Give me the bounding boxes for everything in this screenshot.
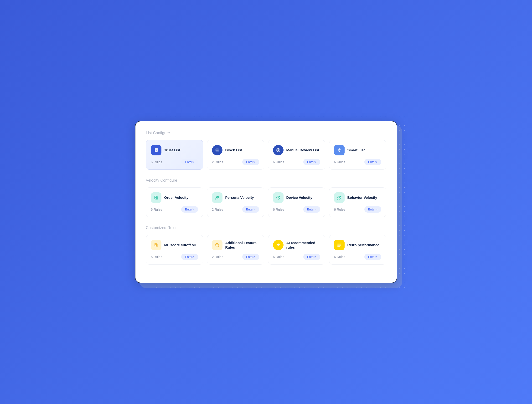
smart-list-card[interactable]: Smart List 6 Rules Enter>	[329, 140, 386, 170]
order-velocity-header: Order Velocity	[151, 192, 198, 203]
block-list-enter-button[interactable]: Enter>	[242, 159, 259, 165]
ml-score-header: ML score cutoff ML	[151, 240, 198, 250]
trust-list-enter-button[interactable]: Enter>	[181, 159, 198, 165]
block-list-card[interactable]: Block List 2 Rules Enter>	[207, 140, 264, 170]
list-configure-grid: Trust List 6 Rules Enter>	[146, 140, 386, 170]
manual-review-list-rules: 6 Rules	[273, 160, 284, 164]
ml-score-enter-button[interactable]: Enter>	[181, 254, 198, 260]
ml-score-footer: 6 Rules Enter>	[151, 254, 198, 260]
behavior-velocity-card[interactable]: Behavior Velocity 6 Rules Enter>	[329, 187, 386, 217]
ml-score-icon	[151, 240, 161, 250]
device-velocity-title: Device Velocity	[286, 195, 312, 200]
order-velocity-icon	[151, 192, 161, 203]
trust-list-footer: 6 Rules Enter>	[151, 159, 198, 165]
svg-rect-21	[156, 244, 158, 247]
svg-point-3	[156, 150, 157, 151]
additional-feature-icon	[212, 240, 223, 250]
persona-velocity-icon	[212, 192, 223, 203]
retro-performance-enter-button[interactable]: Enter>	[364, 254, 381, 260]
smart-list-icon	[334, 145, 345, 155]
manual-review-list-header: Manual Review List	[273, 145, 320, 155]
svg-rect-11	[339, 148, 339, 149]
ai-recommended-footer: 6 Rules Enter>	[273, 254, 320, 260]
customized-rules-title: Customized Rules	[146, 226, 386, 230]
ai-recommended-rules: 6 Rules	[273, 255, 284, 259]
outer-wrapper: List Configure Trust List	[135, 121, 397, 283]
svg-rect-1	[155, 149, 157, 149]
ai-recommended-icon	[273, 240, 283, 250]
svg-point-10	[340, 149, 340, 150]
retro-performance-header: Retro performance	[334, 240, 381, 250]
velocity-configure-grid: Order Velocity 6 Rules Enter>	[146, 187, 386, 217]
customized-rules-section: Customized Rules	[146, 226, 386, 265]
persona-velocity-title: Persona Velocity	[225, 195, 254, 200]
order-velocity-title: Order Velocity	[164, 195, 189, 200]
velocity-configure-title: Velocity Configure	[146, 178, 386, 183]
device-velocity-card[interactable]: Device Velocity 6 Rules Enter>	[268, 187, 325, 217]
svg-point-16	[216, 196, 218, 198]
retro-performance-footer: 6 Rules Enter>	[334, 254, 381, 260]
additional-feature-enter-button[interactable]: Enter>	[242, 254, 259, 260]
persona-velocity-footer: 2 Rules Enter>	[212, 206, 259, 213]
behavior-velocity-header: Behavior Velocity	[334, 192, 381, 203]
order-velocity-rules: 6 Rules	[151, 208, 162, 211]
persona-velocity-card[interactable]: Persona Velocity 2 Rules Enter>	[207, 187, 264, 217]
block-list-rules: 2 Rules	[212, 160, 223, 164]
retro-performance-rules: 6 Rules	[334, 255, 345, 259]
main-card: List Configure Trust List	[135, 121, 397, 283]
list-configure-title: List Configure	[146, 131, 386, 135]
smart-list-header: Smart List	[334, 145, 381, 155]
block-list-footer: 2 Rules Enter>	[212, 159, 259, 165]
device-velocity-footer: 6 Rules Enter>	[273, 206, 320, 213]
trust-list-icon	[151, 145, 161, 155]
customized-rules-grid: ML score cutoff ML 6 Rules Enter>	[146, 235, 386, 265]
manual-review-list-title: Manual Review List	[286, 148, 319, 152]
order-velocity-footer: 6 Rules Enter>	[151, 206, 198, 213]
manual-review-list-icon	[273, 145, 283, 155]
block-list-icon	[212, 145, 223, 155]
retro-performance-card[interactable]: Retro performance 6 Rules Enter>	[329, 235, 386, 265]
ml-score-card[interactable]: ML score cutoff ML 6 Rules Enter>	[146, 235, 203, 265]
persona-velocity-enter-button[interactable]: Enter>	[242, 206, 259, 213]
manual-review-list-footer: 6 Rules Enter>	[273, 159, 320, 165]
trust-list-card[interactable]: Trust List 6 Rules Enter>	[146, 140, 203, 170]
svg-rect-2	[155, 150, 157, 150]
additional-feature-card[interactable]: Additional Feature Rules 2 Rules Enter>	[207, 235, 264, 265]
additional-feature-header: Additional Feature Rules	[212, 240, 259, 250]
smart-list-enter-button[interactable]: Enter>	[364, 159, 381, 165]
list-configure-section: List Configure Trust List	[146, 131, 386, 170]
device-velocity-icon	[273, 192, 283, 203]
trust-list-rules: 6 Rules	[151, 160, 162, 164]
persona-velocity-header: Persona Velocity	[212, 192, 259, 203]
behavior-velocity-rules: 6 Rules	[334, 208, 345, 211]
retro-performance-title: Retro performance	[347, 243, 379, 247]
device-velocity-enter-button[interactable]: Enter>	[303, 206, 320, 213]
ai-recommended-enter-button[interactable]: Enter>	[303, 254, 320, 260]
additional-feature-footer: 2 Rules Enter>	[212, 254, 259, 260]
retro-performance-icon	[334, 240, 345, 250]
order-velocity-card[interactable]: Order Velocity 6 Rules Enter>	[146, 187, 203, 217]
velocity-configure-section: Velocity Configure Order Ve	[146, 178, 386, 217]
block-list-title: Block List	[225, 148, 243, 152]
block-list-header: Block List	[212, 145, 259, 155]
behavior-velocity-footer: 6 Rules Enter>	[334, 206, 381, 213]
order-velocity-enter-button[interactable]: Enter>	[181, 206, 198, 213]
ai-recommended-card[interactable]: AI recommended rules 6 Rules Enter>	[268, 235, 325, 265]
manual-review-list-enter-button[interactable]: Enter>	[303, 159, 320, 165]
smart-list-footer: 6 Rules Enter>	[334, 159, 381, 165]
persona-velocity-rules: 2 Rules	[212, 208, 223, 211]
svg-point-17	[218, 196, 219, 198]
device-velocity-header: Device Velocity	[273, 192, 320, 203]
trust-list-title: Trust List	[164, 148, 180, 152]
trust-list-header: Trust List	[151, 145, 198, 155]
ml-score-rules: 6 Rules	[151, 255, 162, 259]
svg-rect-12	[339, 148, 340, 149]
additional-feature-title: Additional Feature Rules	[225, 240, 259, 250]
behavior-velocity-enter-button[interactable]: Enter>	[364, 206, 381, 213]
ml-score-title: ML score cutoff ML	[164, 243, 197, 247]
behavior-velocity-icon	[334, 192, 345, 203]
additional-feature-rules: 2 Rules	[212, 255, 223, 259]
manual-review-list-card[interactable]: Manual Review List 6 Rules Enter>	[268, 140, 325, 170]
svg-line-26	[218, 246, 219, 247]
device-velocity-rules: 6 Rules	[273, 208, 284, 211]
